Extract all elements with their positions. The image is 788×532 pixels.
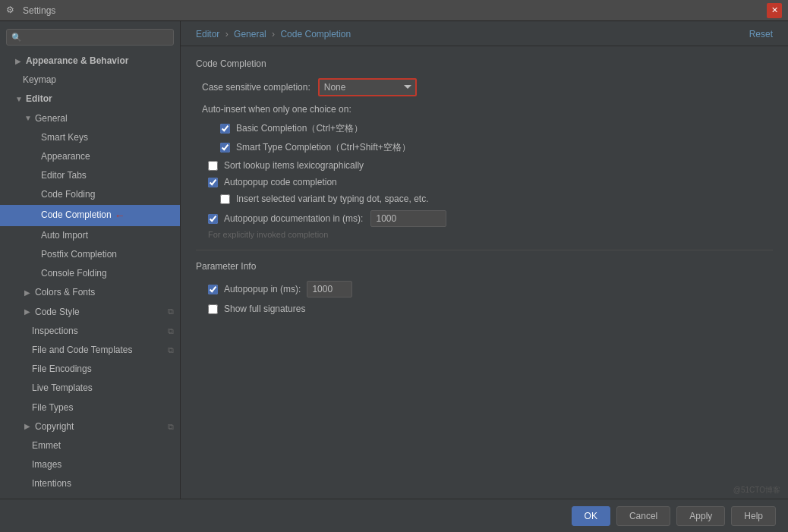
sort-lookup-checkbox[interactable] bbox=[208, 161, 218, 171]
sidebar-item-keymap[interactable]: Keymap bbox=[0, 71, 180, 90]
active-arrow-icon: ← bbox=[115, 207, 125, 224]
sidebar-item-label: Inspections bbox=[32, 324, 78, 338]
sidebar-item-label: Images bbox=[32, 458, 61, 472]
watermark: @51CTO博客 bbox=[733, 485, 780, 496]
sidebar-item-general[interactable]: General bbox=[0, 109, 180, 128]
search-input[interactable] bbox=[25, 32, 169, 42]
sidebar-item-label: Postfix Completion bbox=[41, 247, 117, 262]
sidebar-item-code-folding[interactable]: Code Folding bbox=[0, 185, 180, 204]
copy-icon: ⧉ bbox=[168, 420, 174, 434]
arrow-icon bbox=[24, 420, 32, 433]
sidebar-item-label: Live Templates bbox=[32, 381, 93, 395]
help-button[interactable]: Help bbox=[731, 506, 776, 526]
smart-type-label: Smart Type Completion（Ctrl+Shift+空格） bbox=[236, 141, 411, 154]
insert-variant-label: Insert selected variant by typing dot, s… bbox=[236, 194, 428, 204]
sidebar-item-auto-import[interactable]: Auto Import bbox=[0, 226, 180, 245]
parameter-info-title: Parameter Info bbox=[196, 261, 773, 272]
breadcrumb-general: General bbox=[234, 29, 266, 39]
arrow-icon bbox=[24, 306, 32, 318]
breadcrumb-bar: Editor › General › Code Completion Reset bbox=[181, 21, 788, 46]
breadcrumb: Editor › General › Code Completion bbox=[196, 29, 351, 39]
sidebar-item-postfix-completion[interactable]: Postfix Completion bbox=[0, 245, 180, 264]
ok-button[interactable]: OK bbox=[572, 506, 610, 526]
autopopup-doc-row: Autopopup documentation in (ms): bbox=[196, 210, 773, 227]
auto-insert-label: Auto-insert when only one choice on: bbox=[196, 104, 773, 115]
main-panel: Editor › General › Code Completion Reset… bbox=[181, 21, 788, 499]
case-sensitive-row: Case sensitive completion: None First le… bbox=[196, 78, 773, 96]
case-sensitive-label: Case sensitive completion: bbox=[202, 82, 310, 93]
sidebar-item-label: Keymap bbox=[23, 73, 56, 87]
sidebar-item-smart-keys[interactable]: Smart Keys bbox=[0, 128, 180, 147]
sidebar-item-intentions[interactable]: Intentions bbox=[0, 474, 180, 493]
autopopup-label: Autopopup code completion bbox=[224, 177, 337, 187]
sidebar-item-label: Appearance bbox=[41, 150, 90, 164]
insert-variant-checkbox[interactable] bbox=[220, 194, 230, 204]
cancel-button[interactable]: Cancel bbox=[616, 506, 670, 526]
sidebar-item-code-completion[interactable]: Code Completion ← bbox=[0, 205, 180, 226]
sidebar-item-label: Smart Keys bbox=[41, 131, 88, 145]
sidebar-item-label: Auto Import bbox=[41, 228, 88, 243]
basic-completion-checkbox[interactable] bbox=[220, 124, 230, 134]
sort-lookup-row: Sort lookup items lexicographically bbox=[196, 160, 773, 171]
smart-type-checkbox[interactable] bbox=[220, 143, 230, 153]
arrow-icon bbox=[15, 93, 23, 105]
search-box[interactable]: 🔍 bbox=[6, 29, 174, 46]
basic-completion-label: Basic Completion（Ctrl+空格） bbox=[236, 122, 363, 135]
title-bar: ⚙ Settings ✕ bbox=[0, 0, 788, 21]
bottom-bar: OK Cancel Apply Help bbox=[0, 499, 788, 532]
content-area: 🔍 Appearance & Behavior Keymap Editor bbox=[0, 21, 788, 499]
basic-completion-row: Basic Completion（Ctrl+空格） bbox=[196, 122, 773, 135]
sidebar-item-appearance[interactable]: Appearance bbox=[0, 147, 180, 166]
insert-variant-row: Insert selected variant by typing dot, s… bbox=[196, 194, 773, 204]
arrow-icon bbox=[24, 112, 32, 124]
sidebar-item-label: Code Completion bbox=[41, 208, 112, 222]
sidebar-item-label: Console Folding bbox=[41, 266, 107, 281]
sidebar-item-label: Emmet bbox=[32, 439, 61, 453]
apply-button[interactable]: Apply bbox=[676, 506, 725, 526]
sidebar-item-appearance-behavior[interactable]: Appearance & Behavior bbox=[0, 52, 180, 71]
sidebar-item-label: Code Folding bbox=[41, 187, 95, 202]
autopopup-doc-checkbox[interactable] bbox=[208, 214, 218, 224]
app-icon: ⚙ bbox=[6, 5, 18, 17]
sidebar-item-images[interactable]: Images bbox=[0, 455, 180, 474]
copy-icon: ⧉ bbox=[168, 344, 174, 357]
autopopup-doc-label: Autopopup documentation in (ms): bbox=[224, 213, 363, 224]
sidebar-item-file-encodings[interactable]: File Encodings bbox=[0, 360, 180, 379]
main-container: 🔍 Appearance & Behavior Keymap Editor bbox=[0, 21, 788, 532]
sidebar-item-label: Code Style bbox=[35, 305, 80, 320]
show-full-sig-checkbox[interactable] bbox=[208, 304, 218, 314]
sidebar-item-live-templates[interactable]: Live Templates bbox=[0, 379, 180, 398]
sidebar-item-code-style[interactable]: Code Style ⧉ bbox=[0, 303, 180, 322]
reset-link[interactable]: Reset bbox=[749, 29, 773, 39]
sidebar: 🔍 Appearance & Behavior Keymap Editor bbox=[0, 21, 181, 499]
search-icon: 🔍 bbox=[11, 33, 22, 42]
sidebar-item-file-types[interactable]: File Types bbox=[0, 398, 180, 417]
copy-icon: ⧉ bbox=[168, 305, 174, 319]
sidebar-item-file-code-templates[interactable]: File and Code Templates ⧉ bbox=[0, 341, 180, 360]
close-button[interactable]: ✕ bbox=[767, 3, 782, 18]
sidebar-item-colors-fonts[interactable]: Colors & Fonts bbox=[0, 283, 180, 302]
autopopup-row: Autopopup code completion bbox=[196, 177, 773, 187]
case-sensitive-dropdown[interactable]: None First letter All bbox=[318, 78, 417, 96]
show-full-sig-label: Show full signatures bbox=[224, 304, 305, 314]
sidebar-item-console-folding[interactable]: Console Folding bbox=[0, 264, 180, 283]
param-autopopup-checkbox[interactable] bbox=[208, 285, 218, 294]
section-title: Code Completion bbox=[196, 58, 773, 69]
sidebar-item-label: Colors & Fonts bbox=[35, 285, 95, 300]
sidebar-item-copyright[interactable]: Copyright ⧉ bbox=[0, 417, 180, 436]
sidebar-item-editor-tabs[interactable]: Editor Tabs bbox=[0, 166, 180, 185]
sep-1: › bbox=[225, 29, 229, 39]
sidebar-item-emmet[interactable]: Emmet bbox=[0, 436, 180, 455]
param-autopopup-input[interactable] bbox=[307, 281, 352, 297]
autopopup-doc-input[interactable] bbox=[370, 210, 446, 227]
sidebar-item-editor[interactable]: Editor bbox=[0, 90, 180, 109]
smart-type-row: Smart Type Completion（Ctrl+Shift+空格） bbox=[196, 141, 773, 154]
sidebar-item-inspections[interactable]: Inspections ⧉ bbox=[0, 322, 180, 341]
sidebar-item-label: Intentions bbox=[32, 477, 71, 491]
autopopup-checkbox[interactable] bbox=[208, 178, 218, 187]
hint-text: For explicitly invoked completion bbox=[196, 230, 773, 239]
sidebar-item-label: Editor Tabs bbox=[41, 168, 87, 183]
param-autopopup-label: Autopopup in (ms): bbox=[224, 284, 301, 294]
arrow-icon bbox=[15, 55, 23, 68]
param-autopopup-row: Autopopup in (ms): bbox=[196, 281, 773, 297]
